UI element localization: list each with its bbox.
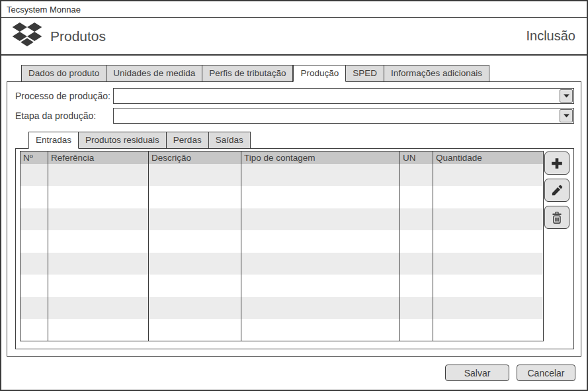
table-cell (433, 230, 544, 253)
table-cell (433, 186, 544, 208)
table-cell (433, 275, 544, 297)
table-cell (48, 164, 149, 187)
mode-label: Inclusão (526, 28, 576, 44)
main-tabstrip: Dados do produto Unidades de medida Perf… (21, 65, 581, 81)
process-combobox (113, 88, 574, 104)
table-cell (21, 230, 48, 253)
table-cell (21, 253, 48, 275)
table-row[interactable] (21, 164, 544, 187)
trash-icon (550, 210, 564, 225)
entries-table: Nº Referência Descrição Tipo de contagem… (20, 151, 544, 341)
table-cell (400, 164, 433, 187)
process-label: Processo de produção: (15, 91, 113, 101)
process-row: Processo de produção: (15, 88, 574, 104)
table-cell (48, 230, 149, 253)
tab-informacoes-adicionais[interactable]: Informações adicionais (384, 65, 489, 82)
table-cell (21, 275, 48, 297)
entries-table-body (21, 164, 544, 341)
table-cell (400, 297, 433, 320)
subtab-entradas[interactable]: Entradas (28, 132, 79, 149)
app-logo-icon (12, 22, 42, 50)
table-cell (21, 297, 48, 320)
window-title: Tecsystem Monnae (1, 1, 587, 18)
plus-icon (550, 156, 564, 171)
tab-dados-do-produto[interactable]: Dados do produto (21, 65, 106, 82)
table-cell (48, 319, 149, 341)
process-dropdown-button[interactable] (560, 89, 573, 103)
table-cell (433, 253, 544, 275)
page-title: Produtos (50, 28, 106, 44)
delete-row-button[interactable] (544, 206, 569, 229)
chevron-down-icon (564, 94, 569, 98)
column-header-quantidade[interactable]: Quantidade (433, 152, 544, 164)
subtab-produtos-residuais[interactable]: Produtos residuais (79, 132, 167, 149)
table-cell (241, 230, 400, 253)
table-cell (21, 164, 48, 187)
table-cell (21, 319, 48, 341)
column-header-numero[interactable]: Nº (21, 152, 48, 164)
table-cell (149, 230, 241, 253)
table-cell (241, 319, 400, 341)
table-cell (433, 164, 544, 187)
add-row-button[interactable] (544, 152, 569, 175)
table-cell (241, 164, 400, 187)
stage-dropdown-button[interactable] (560, 109, 573, 122)
table-row[interactable] (21, 186, 544, 208)
producao-tab-panel: Processo de produção: Etapa da produção: (7, 81, 581, 357)
table-row[interactable] (21, 297, 544, 320)
chevron-down-icon (564, 114, 569, 118)
table-cell (21, 208, 48, 231)
table-cell (433, 319, 544, 341)
table-row[interactable] (21, 253, 544, 275)
table-cell (48, 186, 149, 208)
column-header-descricao[interactable]: Descrição (149, 152, 241, 164)
table-cell (149, 186, 241, 208)
table-cell (149, 275, 241, 297)
entradas-subtab-panel: Nº Referência Descrição Tipo de contagem… (15, 148, 574, 349)
dialog-footer: Salvar Cancelar (1, 357, 587, 381)
table-cell (48, 208, 149, 231)
subtab-perdas[interactable]: Perdas (167, 132, 209, 149)
table-cell (400, 186, 433, 208)
process-input[interactable] (113, 88, 574, 104)
table-cell (21, 186, 48, 208)
grid-action-buttons (544, 151, 569, 229)
tab-perfis-de-tributacao[interactable]: Perfis de tributação (202, 65, 293, 82)
table-cell (149, 164, 241, 187)
table-cell (149, 297, 241, 320)
cancel-button[interactable]: Cancelar (517, 365, 575, 381)
table-cell (400, 319, 433, 341)
table-cell (400, 230, 433, 253)
stage-combobox (113, 108, 574, 124)
column-header-tipo-de-contagem[interactable]: Tipo de contagem (241, 152, 400, 164)
table-cell (433, 208, 544, 231)
save-button[interactable]: Salvar (445, 365, 509, 381)
table-cell (241, 208, 400, 231)
table-cell (241, 186, 400, 208)
table-cell (149, 208, 241, 231)
table-row[interactable] (21, 275, 544, 297)
production-subtabstrip: Entradas Produtos residuais Perdas Saída… (28, 132, 574, 148)
table-cell (241, 275, 400, 297)
column-header-un[interactable]: UN (400, 152, 433, 164)
tab-sped[interactable]: SPED (346, 65, 384, 82)
app-window: Tecsystem Monnae Produtos Inclusão Dados… (0, 0, 588, 391)
table-cell (149, 319, 241, 341)
stage-input[interactable] (113, 108, 574, 124)
tab-unidades-de-medida[interactable]: Unidades de medida (106, 65, 202, 82)
edit-row-button[interactable] (544, 179, 569, 202)
subtab-saidas[interactable]: Saídas (209, 132, 251, 149)
table-row[interactable] (21, 208, 544, 231)
table-cell (400, 275, 433, 297)
table-cell (48, 275, 149, 297)
table-cell (48, 297, 149, 320)
table-cell (433, 297, 544, 320)
table-cell (241, 297, 400, 320)
stage-label: Etapa da produção: (15, 110, 113, 121)
column-header-referencia[interactable]: Referência (48, 152, 149, 164)
table-header-row: Nº Referência Descrição Tipo de contagem… (21, 152, 544, 164)
table-cell (241, 253, 400, 275)
table-row[interactable] (21, 319, 544, 341)
table-row[interactable] (21, 230, 544, 253)
tab-producao[interactable]: Produção (293, 65, 346, 82)
